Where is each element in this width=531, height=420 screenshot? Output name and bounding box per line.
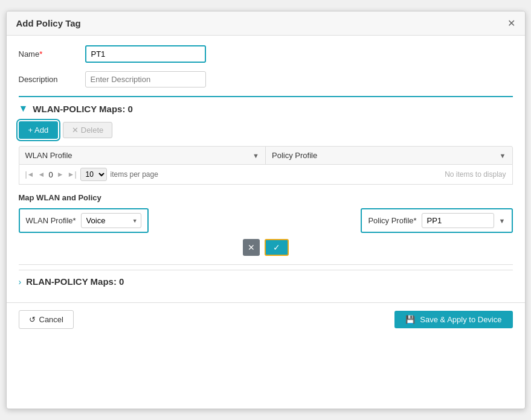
rlan-section: › RLAN-POLICY Maps: 0 [19,270,513,287]
add-policy-tag-modal: Add Policy Tag ✕ Name Description ▼ WLAN… [6,11,526,409]
policy-profile-field-box: Policy Profile* ▼ [361,208,512,233]
policy-profile-sort-icon[interactable]: ▼ [500,152,506,159]
modal-body: Name Description ▼ WLAN-POLICY Maps: 0 +… [7,36,525,296]
cancel-button[interactable]: ↺ Cancel [19,310,74,329]
page-number: 0 [48,170,53,179]
no-items-label: No items to display [445,170,506,179]
wlan-chevron-icon[interactable]: ▼ [19,103,28,114]
modal-header: Add Policy Tag ✕ [7,11,525,36]
policy-profile-label: Policy Profile* [368,216,416,225]
save-icon: 💾 [405,315,415,324]
section-divider [19,264,513,265]
wlan-profile-label: WLAN Profile* [26,216,76,225]
cancel-icon: ↺ [29,315,36,324]
add-button[interactable]: + Add [19,121,59,139]
description-row: Description [19,71,513,88]
wlan-profile-column-label: WLAN Profile [25,151,72,160]
map-row: WLAN Profile* Voice Policy Profile* ▼ [19,208,513,233]
last-page-icon[interactable]: ►| [68,170,77,179]
modal-title: Add Policy Tag [16,18,81,28]
confirm-map-button[interactable]: ✓ [265,239,289,256]
wlan-profile-select[interactable]: Voice [81,213,141,228]
name-row: Name [19,45,513,63]
wlan-profile-sort-icon[interactable]: ▼ [253,152,259,159]
pagination-row: |◄ ◄ 0 ► ►| 10 25 50 items per page No i… [19,165,513,185]
rlan-header: › RLAN-POLICY Maps: 0 [19,276,513,287]
close-icon[interactable]: ✕ [507,18,515,29]
save-apply-button[interactable]: 💾 Save & Apply to Device [394,311,512,328]
wlan-section-title: WLAN-POLICY Maps: 0 [33,104,133,114]
rlan-section-title: RLAN-POLICY Maps: 0 [26,276,124,287]
policy-profile-dropdown-icon[interactable]: ▼ [499,217,506,224]
per-page-label: items per page [111,170,158,179]
save-apply-label: Save & Apply to Device [420,315,501,324]
confirm-cancel-row: ✕ ✓ [19,239,513,256]
pagination-left: |◄ ◄ 0 ► ►| 10 25 50 items per page [25,168,158,181]
rlan-chevron-icon[interactable]: › [19,277,22,287]
wlan-profile-select-wrapper: Voice [81,213,141,228]
wlan-profile-field-box: WLAN Profile* Voice [19,208,149,233]
wlan-section-header: ▼ WLAN-POLICY Maps: 0 [19,96,513,114]
policy-profile-input[interactable] [422,213,494,228]
description-input[interactable] [85,71,206,88]
per-page-select[interactable]: 10 25 50 [80,168,107,181]
cancel-map-button[interactable]: ✕ [243,239,260,256]
add-delete-row: + Add ✕ Delete [19,121,513,139]
delete-button[interactable]: ✕ Delete [63,122,112,138]
first-page-icon[interactable]: |◄ [25,170,34,179]
wlan-profile-column-header: WLAN Profile ▼ [19,147,266,164]
description-label: Description [19,75,85,84]
table-header: WLAN Profile ▼ Policy Profile ▼ [19,146,513,165]
modal-footer: ↺ Cancel 💾 Save & Apply to Device [7,302,525,336]
next-page-icon[interactable]: ► [57,170,64,179]
prev-page-icon[interactable]: ◄ [38,170,45,179]
name-input[interactable] [85,45,206,63]
name-label: Name [19,49,85,59]
policy-profile-column-header: Policy Profile ▼ [266,147,512,164]
policy-profile-column-label: Policy Profile [272,151,317,160]
cancel-label: Cancel [39,315,63,324]
map-section-title: Map WLAN and Policy [19,193,513,202]
